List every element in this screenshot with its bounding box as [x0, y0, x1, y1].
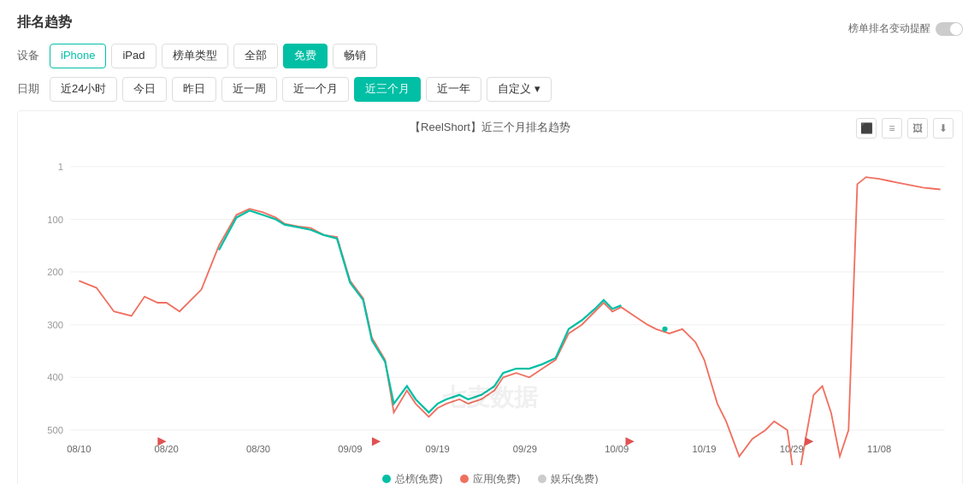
chart-toolbar: ⬛ ≡ 🖼 ⬇ — [856, 118, 953, 139]
filter-year[interactable]: 近一年 — [426, 77, 481, 102]
device-label: 设备 — [17, 48, 39, 63]
filter-yesterday[interactable]: 昨日 — [172, 77, 216, 102]
main-container: 排名趋势 榜单排名变动提醒 设备 iPhone iPad 榜单类型 全部 免费 … — [0, 0, 980, 484]
svg-text:300: 300 — [47, 319, 63, 329]
chart-svg: 1 100 200 300 400 500 08/10 08/20 08/30 … — [27, 140, 953, 465]
chart-wrapper: 【ReelShort】近三个月排名趋势 ⬛ ≡ 🖼 ⬇ 七麦数据 1 100 2… — [17, 110, 963, 484]
svg-text:08/10: 08/10 — [67, 443, 91, 453]
date-label: 日期 — [17, 81, 39, 97]
filter-24h[interactable]: 近24小时 — [50, 77, 117, 102]
svg-text:400: 400 — [47, 372, 63, 382]
list-icon[interactable]: ≡ — [882, 118, 902, 139]
filter-free[interactable]: 免费 — [283, 44, 328, 68]
legend-dot-app — [460, 475, 469, 483]
filter-today[interactable]: 今日 — [122, 77, 167, 102]
legend-dot-total — [382, 475, 391, 483]
svg-text:10/29: 10/29 — [780, 443, 804, 453]
date-filter-row: 日期 近24小时 今日 昨日 近一周 近一个月 近三个月 近一年 自定义 — [17, 77, 963, 102]
filter-week[interactable]: 近一周 — [221, 77, 277, 102]
image-icon[interactable]: 🖼 — [907, 118, 928, 139]
toggle-knob — [950, 23, 962, 35]
toggle-label: 榜单排名变动提醒 — [848, 21, 930, 36]
page-title: 排名趋势 — [17, 14, 72, 32]
svg-text:1: 1 — [58, 161, 63, 171]
toggle-area: 榜单排名变动提醒 — [848, 21, 963, 36]
svg-text:08/30: 08/30 — [246, 443, 270, 453]
svg-point-22 — [662, 326, 667, 331]
bar-chart-icon[interactable]: ⬛ — [856, 118, 877, 139]
svg-marker-26 — [805, 437, 813, 446]
filter-custom[interactable]: 自定义 — [487, 77, 552, 102]
legend-label-total: 总榜(免费) — [395, 472, 443, 484]
device-filter-row: 设备 iPhone iPad 榜单类型 全部 免费 畅销 — [17, 44, 963, 68]
svg-text:09/19: 09/19 — [426, 443, 450, 453]
filter-iphone[interactable]: iPhone — [50, 44, 106, 68]
filter-3months[interactable]: 近三个月 — [354, 77, 421, 102]
chart-legend: 总榜(免费) 应用(免费) 娱乐(免费) — [27, 472, 953, 484]
svg-text:100: 100 — [47, 214, 63, 224]
legend-total: 总榜(免费) — [382, 472, 443, 484]
legend-entertainment: 娱乐(免费) — [538, 472, 599, 484]
legend-label-ent: 娱乐(免费) — [551, 472, 599, 484]
legend-label-app: 应用(免费) — [473, 472, 521, 484]
svg-text:10/09: 10/09 — [605, 443, 629, 453]
svg-text:500: 500 — [47, 425, 63, 435]
filter-month[interactable]: 近一个月 — [282, 77, 349, 102]
svg-text:200: 200 — [47, 267, 63, 277]
legend-app: 应用(免费) — [460, 472, 521, 484]
ranking-toggle[interactable] — [936, 22, 963, 36]
svg-marker-24 — [372, 437, 381, 446]
svg-text:11/08: 11/08 — [867, 443, 891, 453]
filter-ipad[interactable]: iPad — [111, 44, 156, 68]
legend-dot-ent — [538, 475, 546, 483]
filter-chart-type[interactable]: 榜单类型 — [162, 44, 228, 68]
filter-bestsell[interactable]: 畅销 — [333, 44, 377, 68]
svg-text:10/19: 10/19 — [692, 443, 716, 453]
chart-area: 七麦数据 1 100 200 300 400 500 08/10 08/20 — [27, 140, 953, 465]
svg-marker-25 — [626, 437, 635, 446]
chart-title: 【ReelShort】近三个月排名趋势 — [27, 120, 953, 135]
svg-text:09/09: 09/09 — [338, 443, 362, 453]
download-icon[interactable]: ⬇ — [933, 118, 953, 139]
filter-all[interactable]: 全部 — [233, 44, 278, 68]
svg-text:09/29: 09/29 — [513, 443, 537, 453]
